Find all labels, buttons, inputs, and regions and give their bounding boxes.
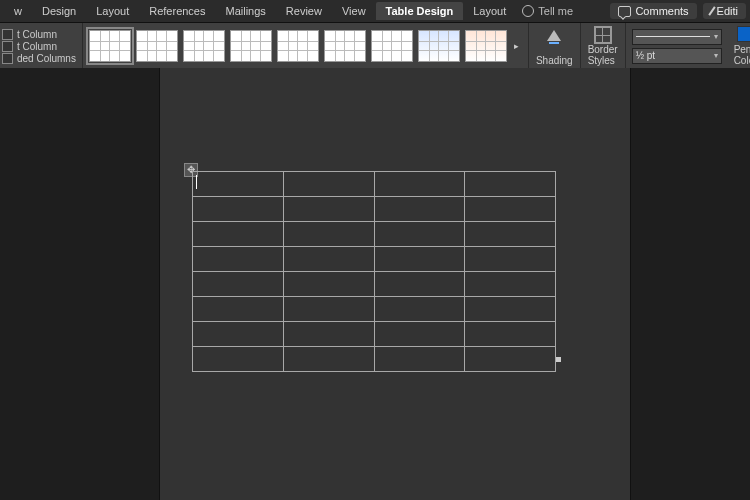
table-cell[interactable] xyxy=(465,272,556,297)
ribbon-tab-bar: w Design Layout References Mailings Revi… xyxy=(0,0,750,23)
table-cell[interactable] xyxy=(283,272,374,297)
table-cell[interactable] xyxy=(193,222,284,247)
border-options: ▾ ½ pt▾ xyxy=(626,23,728,69)
checkbox-icon xyxy=(2,29,13,40)
tab-layout[interactable]: Layout xyxy=(86,2,139,20)
table-row xyxy=(193,322,556,347)
lightbulb-icon xyxy=(522,5,534,17)
table-style-5[interactable] xyxy=(277,30,319,62)
table-style-3[interactable] xyxy=(183,30,225,62)
table-cell[interactable] xyxy=(193,297,284,322)
tab-design[interactable]: Design xyxy=(32,2,86,20)
border-weight-value: ½ pt xyxy=(636,50,655,61)
table-cell[interactable] xyxy=(465,197,556,222)
table-cell[interactable] xyxy=(465,247,556,272)
pen-color-label: Pen Color xyxy=(734,45,750,66)
table-cell[interactable] xyxy=(283,247,374,272)
shading-button[interactable]: Shading xyxy=(529,23,581,69)
table-cell[interactable] xyxy=(193,172,284,197)
table-cell[interactable] xyxy=(374,297,465,322)
table-cell[interactable] xyxy=(193,322,284,347)
comments-label: Comments xyxy=(635,5,688,17)
table-style-options: t Column t Column ded Columns xyxy=(0,23,83,69)
tell-me-search[interactable]: Tell me xyxy=(522,5,573,17)
table-style-1[interactable] xyxy=(89,30,131,62)
tab-draw[interactable]: w xyxy=(4,2,32,20)
table-cell[interactable] xyxy=(193,197,284,222)
table-cell[interactable] xyxy=(374,322,465,347)
option-last-column[interactable]: t Column xyxy=(2,41,76,52)
comments-button[interactable]: Comments xyxy=(610,3,696,19)
table-cell[interactable] xyxy=(465,172,556,197)
tab-mailings[interactable]: Mailings xyxy=(216,2,276,20)
document-table[interactable] xyxy=(192,171,556,372)
table-resize-handle[interactable] xyxy=(556,357,561,362)
table-cell[interactable] xyxy=(374,172,465,197)
table-style-2[interactable] xyxy=(136,30,178,62)
table-row xyxy=(193,247,556,272)
shading-label: Shading xyxy=(536,55,573,66)
tab-layout-2[interactable]: Layout xyxy=(463,2,516,20)
table-cell[interactable] xyxy=(283,347,374,372)
option-first-column[interactable]: t Column xyxy=(2,29,76,40)
tab-view[interactable]: View xyxy=(332,2,376,20)
table-cell[interactable] xyxy=(374,347,465,372)
table-row xyxy=(193,347,556,372)
table-style-4[interactable] xyxy=(230,30,272,62)
table-row xyxy=(193,297,556,322)
table-cell[interactable] xyxy=(193,272,284,297)
table-cell[interactable] xyxy=(193,247,284,272)
document-area: ✥ xyxy=(0,68,750,500)
table-cell[interactable] xyxy=(283,197,374,222)
table-cell[interactable] xyxy=(374,197,465,222)
option-banded-columns[interactable]: ded Columns xyxy=(2,53,76,64)
table-cell[interactable] xyxy=(374,272,465,297)
checkbox-icon xyxy=(2,41,13,52)
checkbox-icon xyxy=(2,53,13,64)
table-style-7[interactable] xyxy=(371,30,413,62)
border-styles-button[interactable]: Border Styles xyxy=(581,23,626,69)
ribbon-toolbar: t Column t Column ded Columns ▸ Shading … xyxy=(0,23,750,70)
table-cell[interactable] xyxy=(283,172,374,197)
pen-color-swatch-icon xyxy=(737,26,750,42)
pen-color-button[interactable]: Pen Color xyxy=(728,23,750,69)
table-style-9[interactable] xyxy=(465,30,507,62)
tab-references[interactable]: References xyxy=(139,2,215,20)
border-weight-select[interactable]: ½ pt▾ xyxy=(632,48,722,64)
table-row xyxy=(193,272,556,297)
tab-table-design[interactable]: Table Design xyxy=(376,2,464,20)
border-styles-label: Border Styles xyxy=(588,45,618,66)
comment-icon xyxy=(618,6,631,17)
table-style-6[interactable] xyxy=(324,30,366,62)
editing-button[interactable]: Editi xyxy=(703,3,746,19)
table-row xyxy=(193,222,556,247)
table-cell[interactable] xyxy=(374,247,465,272)
table-cell[interactable] xyxy=(283,222,374,247)
chevron-down-icon: ▾ xyxy=(714,32,718,41)
border-styles-icon xyxy=(594,26,612,44)
table-cell[interactable] xyxy=(465,222,556,247)
table-row xyxy=(193,172,556,197)
table-cell[interactable] xyxy=(465,347,556,372)
chevron-down-icon: ▾ xyxy=(714,51,718,60)
more-styles-button[interactable]: ▸ xyxy=(512,31,522,61)
paint-bucket-icon xyxy=(547,30,561,41)
table-cell[interactable] xyxy=(465,322,556,347)
text-cursor xyxy=(196,175,197,189)
table-cell[interactable] xyxy=(374,222,465,247)
pencil-icon xyxy=(708,6,715,15)
table-cell[interactable] xyxy=(465,297,556,322)
tell-me-label: Tell me xyxy=(538,5,573,17)
editing-label: Editi xyxy=(717,5,738,17)
tab-review[interactable]: Review xyxy=(276,2,332,20)
table-styles-gallery: ▸ xyxy=(83,23,529,69)
border-line-style-select[interactable]: ▾ xyxy=(632,29,722,45)
table-style-8[interactable] xyxy=(418,30,460,62)
table-cell[interactable] xyxy=(283,322,374,347)
table-cell[interactable] xyxy=(193,347,284,372)
table-cell[interactable] xyxy=(283,297,374,322)
table-row xyxy=(193,197,556,222)
